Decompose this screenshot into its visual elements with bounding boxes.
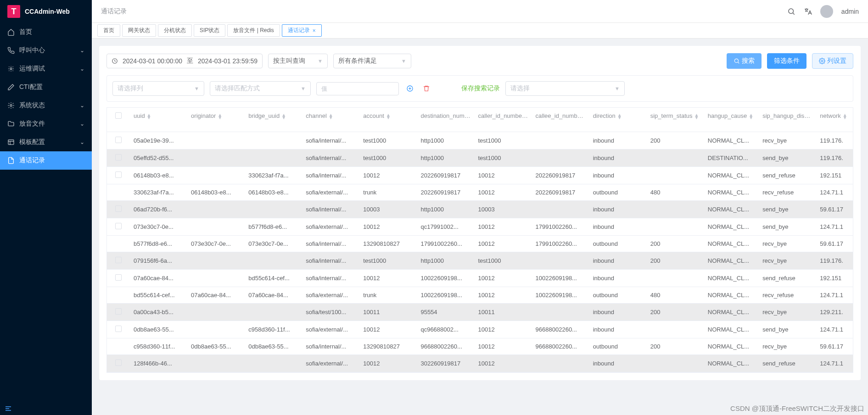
cell-callee_id_number <box>532 354 589 372</box>
table-row[interactable]: 0a00ca43-b5...sofia/test/100...100119555… <box>107 303 853 321</box>
sidebar-item-label: 系统状态 <box>19 101 45 110</box>
date-range-picker[interactable]: 2024-03-01 00:00:00 至 2024-03-01 23:59:5… <box>106 54 263 68</box>
cell-direction: inbound <box>589 218 647 235</box>
add-filter-button[interactable] <box>404 83 415 94</box>
cell-destination_number: http1000 <box>417 252 474 269</box>
group-by-select[interactable]: 按主叫查询▼ <box>268 54 328 68</box>
row-checkbox[interactable] <box>115 308 122 315</box>
table-row[interactable]: b577f6d8-e6...073e30c7-0e...073e30c7-0e.… <box>107 235 853 252</box>
table-row[interactable]: 05effd52-d55...sofia/internal/...test100… <box>107 149 853 166</box>
select-all-checkbox[interactable] <box>115 112 122 119</box>
cell-channel: sofia/internal/... <box>302 149 359 166</box>
cell-uuid: bd55c614-cef... <box>130 287 187 303</box>
sidebar-collapse-button[interactable] <box>5 405 12 412</box>
row-checkbox[interactable] <box>115 360 122 366</box>
row-checkbox[interactable] <box>115 137 122 143</box>
cell-callee_id_number <box>532 303 589 321</box>
table-row[interactable]: 07a60cae-84...bd55c614-cef...sofia/inter… <box>107 269 853 287</box>
tab-4[interactable]: 放音文件 | Redis <box>227 24 280 37</box>
cell-hangup_cause: NORMAL_CL... <box>704 338 759 354</box>
cell-destination_number: http1000 <box>417 132 474 149</box>
cell-caller_id_number: 10012 <box>475 166 532 184</box>
cell-network: 119.176. <box>816 132 853 149</box>
column-header-direction[interactable]: direction▲▼ <box>589 108 647 132</box>
column-settings-button[interactable]: 列设置 <box>812 53 853 69</box>
cell-network: 124.71.1 <box>816 287 853 303</box>
cell-channel: sofia/external/... <box>302 287 359 303</box>
cell-uuid: 073e30c7-0e... <box>130 218 187 235</box>
sidebar-item-6[interactable]: 模板配置⌄ <box>0 133 92 151</box>
svg-point-3 <box>789 9 794 14</box>
tab-0[interactable]: 首页 <box>97 24 120 37</box>
filter-conditions-button[interactable]: 筛选条件 <box>767 53 806 69</box>
cell-channel: sofia/test/100... <box>302 303 359 321</box>
row-checkbox[interactable] <box>115 326 122 332</box>
table-row[interactable]: 128f466b-46...sofia/external/...10012302… <box>107 354 853 372</box>
row-checkbox[interactable] <box>115 257 122 263</box>
column-header-network[interactable]: network▲▼ <box>816 108 853 132</box>
cell-direction: inbound <box>589 132 647 149</box>
column-header-uuid[interactable]: uuid▲▼ <box>130 108 187 132</box>
sidebar-item-1[interactable]: 呼叫中心⌄ <box>0 41 92 60</box>
sort-icon: ▲▼ <box>147 114 151 119</box>
column-header-sip_term_status[interactable]: sip_term_status▲▼ <box>647 108 704 132</box>
table-row[interactable]: 06148b03-e8...330623af-f7a...sofia/inter… <box>107 166 853 184</box>
cell-originator: 06148b03-e8... <box>187 184 245 200</box>
column-header-hangup_cause[interactable]: hangup_cause▲▼ <box>704 108 759 132</box>
cell-sip_term_status <box>647 269 704 287</box>
sidebar-item-7[interactable]: 通话记录 <box>0 151 92 170</box>
table-row[interactable]: 05a0e19e-39...sofia/internal/...test1000… <box>107 132 853 149</box>
search-icon[interactable] <box>787 7 795 16</box>
table-row[interactable]: 079156f6-6a...sofia/internal/...test1000… <box>107 252 853 269</box>
sidebar-item-4[interactable]: 系统状态⌄ <box>0 96 92 115</box>
search-button[interactable]: 搜索 <box>727 53 762 69</box>
column-header-bridge_uuid[interactable]: bridge_uuid▲▼ <box>245 108 302 132</box>
cell-callee_id_number <box>532 149 589 166</box>
table-row[interactable]: c958d360-11f...0db8ae63-55...0db8ae63-55… <box>107 338 853 354</box>
tab-1[interactable]: 网关状态 <box>122 24 156 37</box>
tab-2[interactable]: 分机状态 <box>158 24 192 37</box>
close-icon[interactable]: × <box>313 28 316 34</box>
condition-select[interactable]: 所有条件满足▼ <box>333 54 411 68</box>
column-header-originator[interactable]: originator▲▼ <box>187 108 245 132</box>
delete-filter-button[interactable] <box>421 83 432 94</box>
username[interactable]: admin <box>841 8 859 15</box>
language-icon[interactable] <box>804 7 812 16</box>
cell-account: 13290810827 <box>359 338 417 354</box>
sidebar-item-0[interactable]: 首页 <box>0 23 92 41</box>
row-checkbox[interactable] <box>115 223 122 229</box>
saved-search-select[interactable]: 请选择▼ <box>505 81 625 96</box>
avatar[interactable] <box>820 5 833 18</box>
template-icon <box>7 138 15 146</box>
table-row[interactable]: 0db8ae63-55...c958d360-11f...sofia/exter… <box>107 321 853 338</box>
row-checkbox[interactable] <box>115 274 122 281</box>
column-header-channel[interactable]: channel▲▼ <box>302 108 359 132</box>
table-row[interactable]: 330623af-f7a...06148b03-e8...06148b03-e8… <box>107 184 853 200</box>
column-header-account[interactable]: account▲▼ <box>359 108 417 132</box>
table-row[interactable]: 073e30c7-0e...b577f6d8-e6...sofia/extern… <box>107 218 853 235</box>
tab-5[interactable]: 通话记录× <box>282 24 322 37</box>
sidebar-item-5[interactable]: 放音文件⌄ <box>0 115 92 133</box>
table-row[interactable]: 06ad720b-f6...sofia/internal/...10003htt… <box>107 200 853 218</box>
row-checkbox[interactable] <box>115 205 122 212</box>
column-header-destination_number[interactable]: destination_number▲▼ <box>417 108 474 132</box>
cell-network: 192.151 <box>816 269 853 287</box>
match-type-select[interactable]: 请选择匹配方式▼ <box>210 81 311 96</box>
cell-callee_id_number: 202260919817 <box>532 166 589 184</box>
cell-uuid: b577f6d8-e6... <box>130 235 187 252</box>
sidebar-item-2[interactable]: 运维调试⌄ <box>0 60 92 78</box>
column-header-callee_id_number[interactable]: callee_id_number▲▼ <box>532 108 589 132</box>
column-header-sip_hangup_disposition[interactable]: sip_hangup_disposition▲▼ <box>759 108 816 132</box>
row-checkbox[interactable] <box>115 172 122 178</box>
column-header-caller_id_number[interactable]: caller_id_number▲▼ <box>475 108 532 132</box>
cell-hangup_cause: NORMAL_CL... <box>704 166 759 184</box>
date-separator: 至 <box>187 57 193 65</box>
table-row[interactable]: bd55c614-cef...07a60cae-84...07a60cae-84… <box>107 287 853 303</box>
column-select[interactable]: 请选择列▼ <box>112 81 204 96</box>
cell-sip_hangup_disposition: recv_bye <box>759 132 816 149</box>
value-input[interactable] <box>316 82 399 95</box>
sidebar-item-3[interactable]: CTI配置 <box>0 78 92 96</box>
tab-3[interactable]: SIP状态 <box>194 24 225 37</box>
cell-callee_id_number: 202260919817 <box>532 184 589 200</box>
row-checkbox[interactable] <box>115 154 122 160</box>
